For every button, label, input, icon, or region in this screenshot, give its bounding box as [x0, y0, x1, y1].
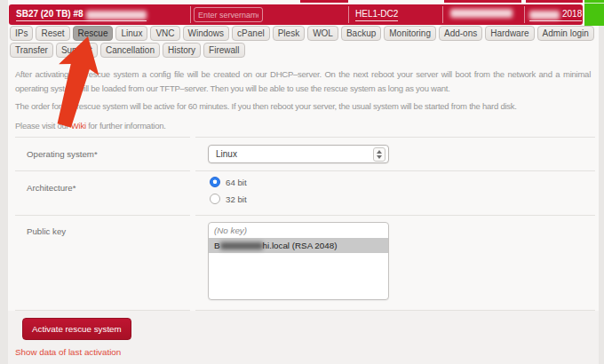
cropped-top-bar-segment — [526, 0, 583, 3]
tab-hardware[interactable]: Hardware — [485, 26, 534, 41]
tab-admin-login[interactable]: Admin login — [537, 26, 594, 41]
tab-linux[interactable]: Linux — [115, 26, 147, 41]
tab-rescue[interactable]: Rescue — [73, 26, 114, 41]
radio-selected-icon — [210, 177, 220, 187]
public-key-option-selected[interactable]: B hi.local (RSA 2048) — [209, 238, 388, 253]
header-separator — [190, 6, 191, 23]
form-divider — [195, 310, 595, 311]
datacenter-link[interactable]: HEL1-DC2 — [355, 9, 398, 21]
radio-32bit-label: 32 bit — [226, 194, 247, 204]
server-title-link[interactable]: SB27 (20 TB) #8 — [16, 9, 147, 21]
tab-history[interactable]: History — [163, 43, 201, 58]
tab-vnc[interactable]: VNC — [150, 26, 179, 41]
wiki-paragraph: Please visit our Wiki for further inform… — [15, 119, 166, 133]
header-separator — [348, 6, 349, 23]
tab-support[interactable]: Support — [56, 43, 98, 58]
server-id-blur — [86, 11, 147, 20]
servername-input[interactable] — [194, 7, 263, 22]
radio-64bit[interactable]: 64 bit — [210, 177, 247, 187]
rescue-intro-paragraph: After activating the rescue system a con… — [15, 67, 591, 95]
public-key-option-none[interactable]: (No key) — [209, 223, 388, 238]
date-blur — [529, 11, 560, 20]
tab-wol[interactable]: WOL — [307, 26, 338, 41]
wiki-paragraph-prefix: Please visit our — [15, 121, 68, 131]
show-last-activation-link[interactable]: Show data of last activation — [15, 347, 121, 357]
form-divider — [15, 215, 190, 216]
rescue-page: SB27 (20 TB) #8 HEL1-DC2 2018 IPs Reset … — [0, 0, 604, 364]
tab-windows[interactable]: Windows — [183, 26, 230, 41]
tab-transfer[interactable]: Transfer — [10, 43, 53, 58]
tab-plesk[interactable]: Plesk — [273, 26, 305, 41]
header-separator — [524, 6, 525, 23]
form-divider — [15, 137, 190, 138]
page-margin-left — [0, 0, 8, 364]
key-name-blur — [220, 242, 263, 249]
tab-row-secondary: Transfer Support Cancellation History Fi… — [10, 43, 245, 58]
tab-row-primary: IPs Reset Rescue Linux VNC Windows cPane… — [10, 26, 594, 41]
form-divider — [15, 170, 190, 171]
form-divider — [195, 215, 595, 216]
operating-system-label: Operating system* — [27, 149, 98, 159]
tab-firewall[interactable]: Firewall — [203, 43, 244, 58]
tab-addons[interactable]: Add-ons — [439, 26, 482, 41]
tab-monitoring[interactable]: Monitoring — [384, 26, 436, 41]
tab-backup[interactable]: Backup — [341, 26, 381, 41]
form-divider — [15, 310, 190, 311]
year-label: 2018 — [562, 9, 582, 20]
key-name-prefix: B — [214, 241, 220, 250]
tab-cancellation[interactable]: Cancellation — [100, 43, 160, 58]
operating-system-value: Linux — [216, 149, 237, 159]
tab-reset[interactable]: Reset — [36, 26, 69, 41]
cropped-top-bar-segment — [300, 0, 348, 3]
activate-rescue-button[interactable]: Activate rescue system — [22, 318, 131, 340]
public-key-listbox[interactable]: (No key) B hi.local (RSA 2048) — [208, 222, 389, 300]
server-header-bar: SB27 (20 TB) #8 HEL1-DC2 2018 — [9, 4, 583, 25]
server-title-text: SB27 (20 TB) #8 — [16, 9, 83, 20]
select-stepper-icon — [373, 147, 385, 162]
tab-cpanel[interactable]: cPanel — [232, 26, 270, 41]
key-name-suffix: hi.local (RSA 2048) — [263, 241, 338, 250]
header-separator — [442, 6, 443, 23]
cropped-top-bar-segment — [444, 0, 521, 3]
operating-system-select[interactable]: Linux — [208, 145, 389, 163]
datacenter-label: HEL1-DC2 — [355, 9, 398, 20]
rescue-duration-paragraph: The order for the rescue system will be … — [15, 99, 517, 114]
architecture-label: Architecture* — [27, 183, 76, 193]
server-ip — [450, 9, 513, 19]
radio-unselected-icon — [210, 194, 220, 204]
tab-ips[interactable]: IPs — [10, 26, 33, 41]
form-divider — [195, 137, 595, 138]
status-indicator — [584, 0, 604, 26]
page-margin-right — [599, 0, 604, 364]
server-ip-blur — [450, 9, 513, 18]
wiki-paragraph-suffix: for further information. — [88, 121, 165, 131]
form-divider — [195, 170, 595, 171]
public-key-label: Public key — [27, 226, 66, 236]
wiki-link[interactable]: Wiki — [71, 121, 86, 131]
paid-until-link[interactable]: 2018 — [529, 9, 582, 21]
radio-32bit[interactable]: 32 bit — [210, 194, 247, 204]
radio-64bit-label: 64 bit — [226, 178, 247, 187]
